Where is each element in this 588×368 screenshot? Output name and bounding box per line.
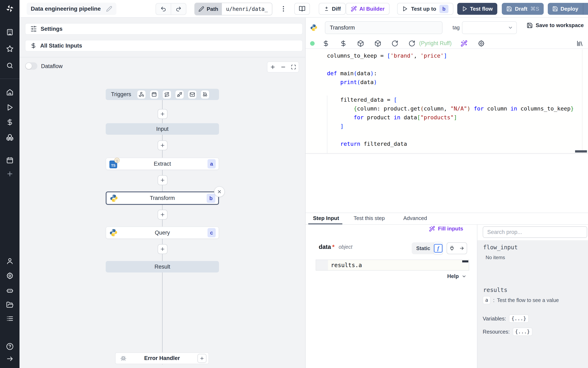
zoom-out-icon[interactable]: [280, 64, 286, 70]
package-icon[interactable]: [374, 40, 381, 47]
favorites-star-icon[interactable]: [6, 45, 14, 53]
field-required-asterisk: *: [332, 244, 334, 250]
static-inputs-icon[interactable]: [322, 40, 329, 47]
search-icon[interactable]: [6, 62, 14, 69]
flow-title-container[interactable]: Data engineering pipeline: [27, 3, 116, 15]
variables-expand-chip[interactable]: {...}: [509, 314, 529, 323]
expression-editor[interactable]: results.a: [316, 259, 469, 271]
insert-step-button-5[interactable]: [158, 244, 168, 254]
connect-input-button[interactable]: [446, 242, 467, 254]
schedules-icon[interactable]: [6, 157, 14, 164]
webhook-trigger-icon[interactable]: [137, 90, 145, 99]
code-editor[interactable]: columns_to_keep = ['brand', 'price']def …: [306, 49, 588, 153]
search-prop-input[interactable]: Search prop...: [483, 226, 587, 238]
error-handler-node[interactable]: Error Handler: [115, 352, 209, 364]
bot-icon[interactable]: [6, 287, 14, 294]
result-row[interactable]: a : Test the flow to see a value: [483, 296, 559, 304]
triggers-bar[interactable]: Triggers: [106, 89, 219, 100]
flow-input-no-items: No items: [486, 255, 505, 260]
tab-step-input[interactable]: Step Input: [313, 215, 339, 221]
http-route-trigger-icon[interactable]: [163, 90, 171, 99]
variables-row[interactable]: Variables: {...}: [483, 314, 529, 323]
package-icon[interactable]: [357, 40, 364, 47]
step-name-input[interactable]: Transform: [325, 21, 443, 34]
ai-builder-button[interactable]: AI Builder: [346, 3, 389, 15]
tag-select[interactable]: [462, 21, 517, 34]
editor-hscrollbar-thumb[interactable]: [575, 150, 587, 153]
more-options-kebab-icon[interactable]: [280, 5, 287, 12]
docs-book-button[interactable]: [294, 3, 310, 15]
input-node[interactable]: Input: [106, 123, 219, 135]
insert-step-button-1[interactable]: [158, 109, 168, 119]
draft-button[interactable]: Draft ⌘S: [502, 3, 544, 15]
resources-row[interactable]: Resources: {...}: [483, 328, 532, 336]
fit-view-icon[interactable]: [291, 64, 296, 70]
fill-inputs-button[interactable]: Fill inputs: [429, 226, 463, 232]
user-icon[interactable]: [6, 257, 14, 265]
folder-icon[interactable]: [6, 301, 14, 309]
reload-icon[interactable]: [408, 40, 415, 47]
tab-test-this-step[interactable]: Test this step: [354, 215, 385, 221]
resources-expand-chip[interactable]: {...}: [513, 328, 532, 336]
resources-icon[interactable]: [6, 134, 14, 141]
home-icon[interactable]: [6, 89, 14, 96]
reload-icon[interactable]: [391, 40, 398, 47]
deploy-dropdown-button[interactable]: [583, 3, 588, 15]
results-section-label[interactable]: results: [483, 287, 507, 293]
result-colon: :: [493, 297, 494, 303]
redo-button[interactable]: [171, 3, 186, 15]
expand-sidebar-arrow-icon[interactable]: [6, 355, 14, 362]
variables-picker-icon[interactable]: [340, 40, 347, 47]
flow-panel-divider: [19, 57, 305, 57]
graph-zoom-controls: [267, 62, 299, 73]
workers-list-icon[interactable]: [6, 315, 14, 322]
runs-icon[interactable]: [6, 104, 14, 111]
workspace-icon[interactable]: [6, 28, 14, 36]
transform-node-selected[interactable]: Transform b: [106, 192, 219, 205]
test-up-to-button[interactable]: Test up to b: [397, 3, 453, 15]
deploy-button[interactable]: Deploy: [548, 3, 583, 15]
diff-button[interactable]: Diff: [319, 3, 346, 15]
field-name: data: [319, 244, 331, 250]
insert-step-button-4[interactable]: [158, 210, 168, 220]
insert-step-button-3[interactable]: [158, 175, 168, 185]
flow-input-section-label[interactable]: flow_input: [483, 244, 518, 251]
all-static-inputs-row[interactable]: All Static Inputs: [25, 40, 303, 51]
dataflow-toggle[interactable]: [25, 62, 37, 70]
extract-node[interactable]: TS Extract a: [106, 158, 219, 170]
websocket-trigger-icon[interactable]: [175, 90, 184, 99]
flow-settings-row[interactable]: Settings: [25, 23, 303, 35]
save-to-workspace-button[interactable]: Save to workspace: [527, 22, 584, 28]
result-node[interactable]: Result: [106, 261, 219, 272]
test-flow-button[interactable]: Test flow: [457, 3, 497, 15]
schedule-trigger-icon[interactable]: [150, 90, 158, 99]
static-mode-label[interactable]: Static: [416, 245, 430, 251]
help-dropdown[interactable]: Help: [447, 273, 466, 279]
path-value-field[interactable]: u/henri/data_: [222, 3, 272, 15]
zoom-in-icon[interactable]: [270, 64, 276, 70]
help-icon[interactable]: [6, 343, 14, 350]
poll-watch-trigger-icon[interactable]: [201, 90, 209, 99]
editor-splitter[interactable]: [306, 153, 588, 154]
settings-gear-icon[interactable]: [6, 272, 14, 279]
field-type: object: [339, 244, 352, 250]
ai-wand-icon[interactable]: [461, 40, 467, 47]
remove-transform-node-button[interactable]: [214, 186, 225, 197]
tab-advanced[interactable]: Advanced: [403, 215, 427, 221]
flow-settings-label: Settings: [41, 26, 63, 32]
variables-icon[interactable]: [6, 119, 14, 126]
edit-title-pencil-icon[interactable]: [106, 6, 112, 12]
resources-label: Resources:: [483, 329, 510, 335]
add-error-handler-button[interactable]: [198, 354, 207, 363]
windmill-logo-icon[interactable]: [5, 4, 14, 13]
query-node[interactable]: Query c: [106, 227, 219, 239]
add-icon[interactable]: [6, 170, 14, 177]
library-icon[interactable]: [576, 40, 583, 47]
editor-settings-gear-icon[interactable]: [478, 40, 485, 47]
draft-shortcut: ⌘S: [530, 6, 539, 12]
expression-mode-button[interactable]: f: [434, 242, 443, 255]
undo-button[interactable]: [156, 3, 171, 15]
email-trigger-icon[interactable]: [188, 90, 196, 99]
insert-step-button-2[interactable]: [158, 140, 168, 150]
edit-path-button[interactable]: Path: [195, 3, 222, 15]
